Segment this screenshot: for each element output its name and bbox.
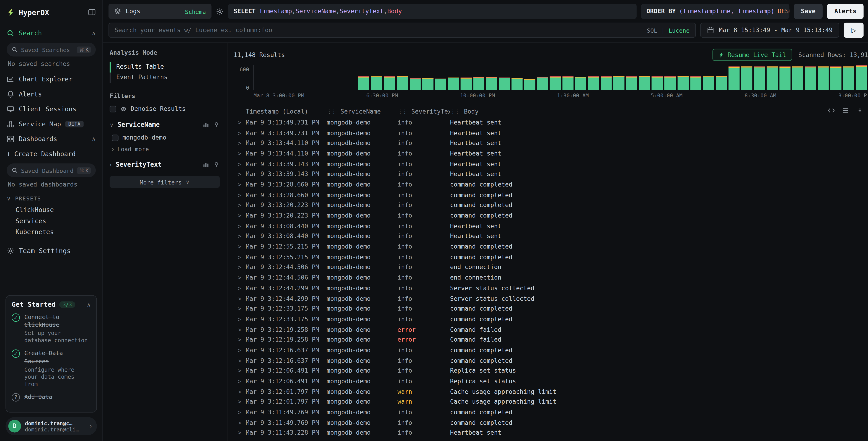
sidebar-item-client-sessions[interactable]: Client Sessions [7,101,96,116]
table-row[interactable]: >Mar 9 3:13:08.440 PMmongodb-demoinfoHea… [234,221,868,231]
presets-toggle[interactable]: ∨ PRESETS [7,192,96,204]
table-row[interactable]: >Mar 9 3:11:49.769 PMmongodb-demoinfocom… [234,417,868,428]
table-row[interactable]: >Mar 9 3:13:39.143 PMmongodb-demoinfoHea… [234,169,868,179]
histogram-bar[interactable] [754,66,765,90]
sidebar-item-team-settings[interactable]: Team Settings [7,243,96,258]
filter-option-mongodb-demo[interactable]: mongodb-demo [112,134,220,141]
get-started-item[interactable]: ✓Connect to ClickHouseSet up your databa… [11,313,91,344]
column-drag-handle-icon[interactable]: ⋮⋮ [450,108,459,115]
get-started-item[interactable]: ✓Create Data SourcesConfigure where your… [11,349,91,387]
pin-icon[interactable] [213,121,220,128]
source-selector[interactable]: Logs Schema [108,4,212,19]
load-more-button[interactable]: › Load more [112,146,220,152]
expand-row-icon[interactable]: > [238,171,241,177]
checkbox[interactable] [112,134,119,141]
histogram-bar[interactable] [524,79,535,90]
expand-row-icon[interactable]: > [238,202,241,208]
table-row[interactable]: >Mar 9 3:12:55.215 PMmongodb-demoinfocom… [234,252,868,262]
run-query-button[interactable]: ▷ [844,23,863,38]
chevron-up-icon[interactable]: ∧ [87,301,91,307]
histogram-bar[interactable] [486,77,497,90]
sql-language-toggle[interactable]: SQL [647,27,657,33]
histogram-bar[interactable] [690,77,701,90]
more-filters-button[interactable]: More filters ∨ [110,176,220,188]
histogram-bar[interactable] [817,66,829,90]
histogram-bar[interactable] [664,77,676,90]
table-row[interactable]: >Mar 9 3:11:49.769 PMmongodb-demoinfocom… [234,407,868,417]
saved-dashboards-search[interactable]: ⌘ K [7,163,96,177]
get-started-item[interactable]: ?Add Data [11,392,91,401]
event-search[interactable]: SQL | Lucene [108,23,696,38]
histogram-bar[interactable] [371,76,382,90]
column-header-timestamp[interactable]: Timestamp (Local) [246,108,327,115]
analysis-mode-results-table[interactable]: Results Table [110,62,220,72]
table-row[interactable]: >Mar 9 3:13:20.223 PMmongodb-demoinfocom… [234,210,868,221]
expand-row-icon[interactable]: > [238,296,241,302]
sidebar-item-preset-services[interactable]: Services [7,215,96,227]
table-row[interactable]: >Mar 9 3:12:19.258 PMmongodb-demoerrorCo… [234,335,868,345]
expand-row-icon[interactable]: > [238,119,241,126]
expand-row-icon[interactable]: > [238,275,241,281]
table-row[interactable]: >Mar 9 3:13:39.143 PMmongodb-demoinfoHea… [234,159,868,169]
histogram-bar[interactable] [703,76,714,90]
resume-live-tail-button[interactable]: Resume Live Tail [713,49,792,61]
expand-row-icon[interactable]: > [238,161,241,167]
saved-searches-search[interactable]: ⌘ K [7,42,96,57]
event-search-input[interactable] [115,27,643,34]
table-row[interactable]: >Mar 9 3:11:43.228 PMmongodb-demoinfoHea… [234,428,868,438]
table-row[interactable]: >Mar 9 3:12:16.637 PMmongodb-demoinfocom… [234,355,868,366]
histogram-bar[interactable] [384,77,395,90]
expand-row-icon[interactable]: > [238,337,241,343]
expand-row-icon[interactable]: > [238,368,241,374]
table-row[interactable]: >Mar 9 3:13:44.110 PMmongodb-demoinfoHea… [234,138,868,148]
table-row[interactable]: >Mar 9 3:13:28.660 PMmongodb-demoinfocom… [234,190,868,200]
hyperdx-logo[interactable]: HyperDX [7,8,49,16]
histogram-bar[interactable] [601,77,612,90]
histogram-bar[interactable] [767,66,778,90]
table-row[interactable]: >Mar 9 3:12:44.506 PMmongodb-demoinfoend… [234,273,868,283]
expand-row-icon[interactable]: > [238,357,241,364]
table-row[interactable]: >Mar 9 3:12:33.175 PMmongodb-demoinfocom… [234,304,868,314]
histogram-bar[interactable] [397,76,408,90]
table-row[interactable]: >Mar 9 3:12:01.797 PMmongodb-demowarnCac… [234,397,868,407]
table-row[interactable]: >Mar 9 3:12:44.299 PMmongodb-demoinfoSer… [234,293,868,303]
expand-row-icon[interactable]: > [238,254,241,260]
histogram-bar[interactable] [843,66,854,90]
schema-link[interactable]: Schema [185,8,206,14]
expand-row-icon[interactable]: > [238,326,241,333]
table-row[interactable]: >Mar 9 3:12:16.637 PMmongodb-demoinfocom… [234,345,868,355]
analysis-mode-event-patterns[interactable]: Event Patterns [110,72,220,83]
histogram-bar[interactable] [409,78,421,90]
table-row[interactable]: >Mar 9 3:12:19.258 PMmongodb-demoerrorCo… [234,324,868,335]
expand-row-icon[interactable]: > [238,223,241,229]
expand-row-icon[interactable]: > [238,213,241,219]
histogram-bar[interactable] [358,77,370,90]
denoise-results-toggle[interactable]: Denoise Results [110,105,220,112]
histogram-bar[interactable] [460,78,472,90]
table-row[interactable]: >Mar 9 3:12:44.506 PMmongodb-demoinfoend… [234,262,868,272]
sql-select-input[interactable]: SELECT Timestamp,ServiceName,SeverityTex… [228,4,637,19]
expand-row-icon[interactable]: > [238,265,241,271]
filter-group-severitytext[interactable]: › SeverityText [110,160,220,168]
column-drag-handle-icon[interactable]: ⋮⋮ [327,108,336,115]
histogram-bar[interactable] [652,77,663,90]
table-row[interactable]: >Mar 9 3:13:28.660 PMmongodb-demoinfocom… [234,179,868,190]
table-row[interactable]: >Mar 9 3:12:44.299 PMmongodb-demoinfoSer… [234,283,868,293]
expand-row-icon[interactable]: > [238,150,241,157]
histogram-bar[interactable] [575,77,587,90]
source-settings-gear-icon[interactable] [216,7,224,15]
sidebar-item-chart-explorer[interactable]: Chart Explorer [7,71,96,86]
save-button[interactable]: Save [794,4,823,19]
expand-row-icon[interactable]: > [238,285,241,291]
sidebar-item-dashboards[interactable]: Dashboards ∧ [7,131,96,146]
table-row[interactable]: >Mar 9 3:12:06.491 PMmongodb-demoinfoRep… [234,376,868,386]
histogram-bar[interactable] [728,66,739,90]
table-row[interactable]: >Mar 9 3:12:33.175 PMmongodb-demoinfocom… [234,314,868,324]
expand-row-icon[interactable]: > [238,399,241,405]
expand-row-icon[interactable]: > [238,430,241,436]
table-row[interactable]: >Mar 9 3:13:49.731 PMmongodb-demoinfoHea… [234,128,868,138]
expand-row-icon[interactable]: > [238,388,241,395]
histogram-bar[interactable] [499,78,510,90]
alerts-button[interactable]: Alerts [827,4,864,19]
expand-row-icon[interactable]: > [238,378,241,384]
